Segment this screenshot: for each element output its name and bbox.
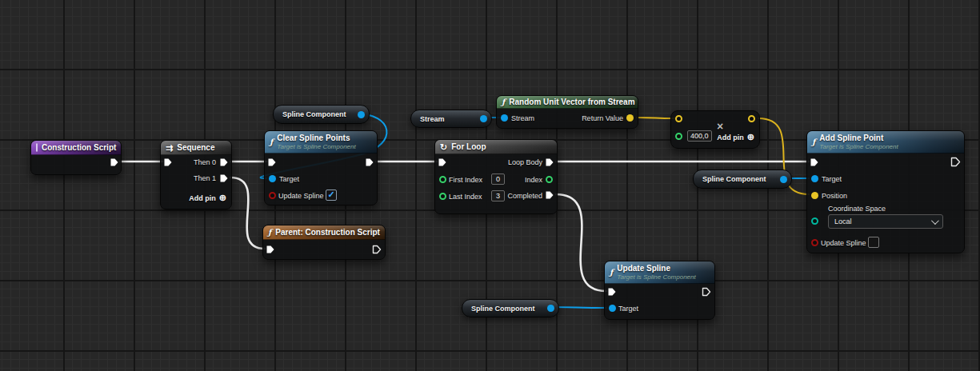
node-subtitle: Target is Spline Component [617, 273, 695, 281]
then0-exec-pin[interactable] [219, 158, 229, 167]
variable-node-spline-component-2[interactable]: Spline Component [693, 170, 792, 189]
sequence-icon: ⇉ [166, 144, 173, 152]
exec-out-pin[interactable] [950, 157, 961, 167]
object-out-pin[interactable] [358, 111, 365, 118]
node-add-spline-point[interactable]: ƒ Add Spline Point Target is Spline Comp… [806, 130, 965, 253]
node-for-loop[interactable]: ↻ For Loop First Index 0 Last Index 3 Lo… [434, 139, 558, 214]
node-header: ⇉ Sequence [161, 141, 231, 155]
first-index-pin[interactable] [439, 176, 446, 183]
exec-in-pin[interactable] [607, 287, 617, 297]
multiply-value-input[interactable]: 400,0 [687, 130, 712, 142]
variable-node-stream[interactable]: Stream [410, 110, 492, 128]
function-icon: ƒ [268, 228, 271, 237]
add-pin-button[interactable]: Add pin ⊕ [189, 193, 226, 202]
object-out-pin[interactable] [480, 115, 487, 122]
exec-in-pin[interactable] [438, 158, 447, 167]
multiply-in-float-pin[interactable] [675, 133, 682, 140]
completed-exec-pin[interactable] [545, 190, 554, 200]
node-subtitle: Target is Spline Component [277, 143, 355, 150]
node-sequence[interactable]: ⇉ Sequence Then 0 Then 1 Add pin ⊕ [160, 140, 232, 209]
exec-out-pin[interactable] [372, 245, 382, 254]
node-update-spline[interactable]: ƒ Update Spline Target is Spline Compone… [604, 261, 715, 320]
first-index-label: First Index [449, 176, 482, 184]
multiply-operator-icon: × [717, 120, 723, 133]
exec-out-pin[interactable] [365, 158, 374, 167]
then1-label: Then 1 [194, 174, 216, 182]
variable-node-spline-component-1[interactable]: Spline Component [273, 105, 370, 124]
function-icon: ƒ [270, 138, 273, 146]
index-label: Index [525, 176, 542, 184]
clear-update-spline-checkbox[interactable]: ✓ [326, 189, 337, 201]
node-title: For Loop [451, 142, 486, 151]
wire-exec[interactable] [556, 194, 606, 291]
first-index-input[interactable]: 0 [491, 174, 505, 185]
last-index-label: Last Index [449, 193, 482, 201]
add-pin-icon: ⊕ [747, 133, 754, 142]
position-label: Position [822, 192, 847, 200]
function-icon: ƒ [502, 98, 505, 106]
wire-exec[interactable] [230, 178, 265, 249]
last-index-input[interactable]: 3 [491, 190, 505, 201]
exec-out-pin[interactable] [110, 158, 119, 167]
exec-in-pin[interactable] [267, 158, 277, 167]
node-header: ƒ Random Unit Vector from Stream [497, 96, 638, 109]
target-pin[interactable] [811, 175, 818, 182]
loop-body-exec-pin[interactable] [545, 158, 554, 167]
node-construction-script[interactable]: Construction Script [30, 140, 122, 175]
function-icon: ƒ [812, 138, 815, 146]
node-clear-spline-points[interactable]: ƒ Clear Spline Points Target is Spline C… [264, 130, 378, 205]
add-pin-button[interactable]: Add pin ⊕ [717, 133, 754, 142]
node-title: Construction Script [42, 143, 116, 152]
stream-in-pin[interactable] [501, 114, 508, 122]
exec-out-pin[interactable] [702, 287, 711, 297]
add-update-spline-checkbox[interactable] [868, 237, 879, 248]
position-pin[interactable] [811, 192, 818, 199]
loop-body-label: Loop Body [508, 158, 542, 166]
target-pin[interactable] [609, 305, 616, 312]
target-label: Target [822, 175, 842, 183]
target-pin[interactable] [269, 175, 276, 182]
update-spline-label: Update Spline [821, 239, 866, 247]
multiply-out-pin[interactable] [748, 115, 755, 122]
add-pin-icon: ⊕ [219, 193, 226, 202]
stream-in-label: Stream [511, 114, 534, 122]
then0-label: Then 0 [194, 158, 216, 166]
wire-vector[interactable] [637, 118, 674, 118]
multiply-in-vector-pin[interactable] [675, 115, 682, 122]
object-out-pin[interactable] [547, 305, 554, 312]
exec-in-pin[interactable] [266, 245, 275, 254]
object-out-pin[interactable] [780, 176, 787, 183]
node-header: Construction Script [31, 141, 121, 155]
return-value-pin[interactable] [626, 114, 634, 122]
update-spline-label: Update Spline [278, 192, 324, 200]
return-value-label: Return Value [582, 114, 623, 122]
chevron-down-icon [931, 217, 939, 225]
node-title: Parent: Construction Script [275, 228, 380, 237]
exec-in-pin[interactable] [810, 158, 819, 167]
node-random-unit-vector-from-stream[interactable]: ƒ Random Unit Vector from Stream Stream … [496, 95, 638, 129]
target-label: Target [618, 305, 638, 313]
then1-exec-pin[interactable] [219, 174, 229, 183]
update-spline-pin[interactable] [811, 239, 818, 246]
update-spline-pin[interactable] [269, 192, 276, 199]
node-header: ↻ For Loop [435, 140, 557, 154]
completed-label: Completed [507, 192, 542, 200]
node-header: ƒ Add Spline Point Target is Spline Comp… [807, 131, 964, 154]
exec-in-pin[interactable] [163, 158, 173, 167]
node-title: Clear Spline Points [277, 134, 350, 142]
node-parent-construction-script[interactable]: ƒ Parent: Construction Script [262, 225, 386, 260]
blueprint-graph-canvas[interactable]: Construction Script ⇉ Sequence Then 0 Th… [0, 0, 980, 371]
variable-node-spline-component-3[interactable]: Spline Component [462, 299, 559, 317]
node-header: ƒ Parent: Construction Script [263, 225, 385, 240]
index-out-pin[interactable] [546, 176, 553, 183]
node-header: ƒ Update Spline Target is Spline Compone… [605, 261, 714, 284]
coordinate-space-select[interactable]: Local [828, 214, 943, 229]
node-title: Sequence [177, 143, 214, 152]
node-title: Random Unit Vector from Stream [509, 98, 634, 106]
last-index-pin[interactable] [439, 193, 446, 200]
coordinate-space-label: Coordinate Space [828, 205, 886, 213]
coordinate-space-pin[interactable] [811, 217, 818, 225]
function-icon: ƒ [610, 268, 613, 277]
node-header: ƒ Clear Spline Points Target is Spline C… [265, 131, 377, 154]
node-multiply[interactable]: 400,0 × Add pin ⊕ [670, 110, 760, 149]
